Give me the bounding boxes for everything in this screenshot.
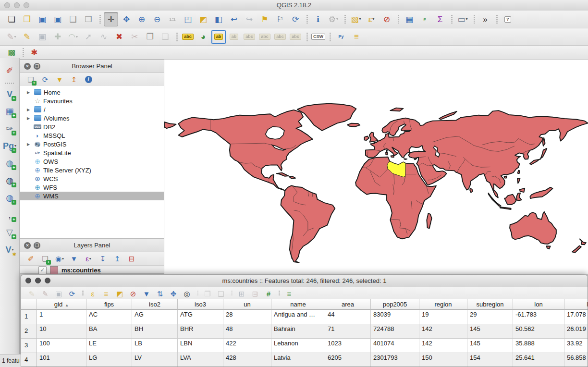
expander-arrow-icon[interactable]: ▶: [27, 108, 33, 112]
tree-item-wfs[interactable]: ▶ WFS: [20, 183, 164, 192]
python-console-button[interactable]: Py▾: [334, 30, 348, 44]
toolbar-overflow-button[interactable]: »▾: [478, 12, 492, 26]
cell-gid[interactable]: 10: [37, 324, 86, 339]
change-label-button[interactable]: abc▾: [288, 30, 303, 44]
pan-to-selection-button[interactable]: ✥▾: [119, 12, 134, 26]
add-circular-string-button[interactable]: ◠▾: [66, 30, 80, 44]
tree-item-mssql[interactable]: ▶ MSSQL: [20, 131, 164, 140]
collapse-all-button[interactable]: ↥▾: [68, 73, 80, 86]
cell-un[interactable]: 428: [223, 353, 271, 367]
digitizing-tool-button[interactable]: ✐▾: [2, 63, 17, 78]
csw-button[interactable]: CSW▾: [311, 30, 326, 44]
dropdown-arrow-icon[interactable]: ▾: [14, 144, 16, 148]
cell-gid[interactable]: 100: [37, 339, 86, 353]
cell-subregion[interactable]: 145: [467, 324, 513, 339]
project-save-button[interactable]: ▣▾: [35, 12, 49, 26]
zoom-next-button[interactable]: ↪▾: [242, 12, 257, 26]
expander-arrow-icon[interactable]: ▶: [27, 90, 33, 95]
column-header-fips[interactable]: fips: [86, 299, 132, 310]
help-button[interactable]: ?▾: [501, 12, 515, 26]
layer-item-ms-countries[interactable]: ✓ ms:countries: [20, 266, 164, 275]
current-edits-button[interactable]: ✎▾: [4, 30, 19, 44]
move-feature-button[interactable]: ➚▾: [81, 30, 96, 44]
tree-item-home[interactable]: ▶ Home: [20, 88, 164, 97]
select-by-expression-button[interactable]: ε▾: [364, 12, 379, 26]
map-canvas[interactable]: [164, 60, 588, 274]
add-vector-layer-button[interactable]: V▾: [2, 87, 17, 101]
table-field-calculator-button[interactable]: #▾: [262, 288, 275, 299]
project-new-button[interactable]: ❏▾: [4, 12, 19, 26]
chukotka-shape[interactable]: [164, 122, 176, 128]
tree-item-postgis[interactable]: ▶ PostGIS: [20, 140, 164, 148]
delete-selected-button[interactable]: ✖▾: [112, 30, 126, 44]
table-delete-field-button[interactable]: ⊟▾: [249, 288, 261, 299]
cell-lon[interactable]: 25.641: [513, 353, 564, 367]
column-header-iso3[interactable]: iso3: [178, 299, 223, 310]
layer-visibility-checkbox[interactable]: ✓: [38, 266, 47, 274]
cell-iso2[interactable]: BH: [132, 324, 178, 339]
main-titlebar[interactable]: QGIS 2.18.2: [0, 0, 588, 11]
cell-fips[interactable]: LE: [86, 339, 132, 353]
dropdown-arrow-icon[interactable]: ▾: [89, 257, 91, 261]
cell-name[interactable]: Latvia: [271, 353, 325, 367]
cell-fips[interactable]: LG: [86, 353, 132, 367]
column-header-iso2[interactable]: iso2: [132, 299, 178, 310]
tree-item-ows[interactable]: ▶ OWS: [20, 157, 164, 166]
table-toggle-editing-button[interactable]: ✎▾: [25, 288, 38, 299]
cell-area[interactable]: 1023: [325, 339, 371, 353]
remove-layer-button[interactable]: ⊟▾: [125, 253, 138, 265]
add-virtual-layer-button[interactable]: ▽▾: [2, 225, 17, 240]
manage-visibility-button[interactable]: ◉▾: [53, 253, 66, 265]
cell-iso2[interactable]: LV: [132, 353, 178, 367]
add-feature-button[interactable]: ✚▾: [50, 30, 65, 44]
cell-pop2005[interactable]: 401074: [371, 339, 419, 353]
unpin-labels-button[interactable]: ab▾: [227, 30, 241, 44]
cell-subregion[interactable]: 29: [467, 310, 513, 324]
cell-region[interactable]: 150: [419, 353, 467, 367]
attribute-grid[interactable]: gid▲fipsiso2iso3unnameareapop2005regions…: [21, 299, 588, 367]
dropdown-arrow-icon[interactable]: ▾: [76, 35, 78, 39]
move-label-button[interactable]: abc▾: [257, 30, 272, 44]
add-group-button[interactable]: ❏▾: [39, 253, 51, 265]
cell-name[interactable]: Bahrain: [271, 324, 325, 339]
metasearch-button[interactable]: ≡▾: [349, 30, 364, 44]
cell-un[interactable]: 48: [223, 324, 271, 339]
add-db2-layer-button[interactable]: ◍▾: [2, 173, 17, 188]
georeferencer-button[interactable]: ▩▾: [4, 45, 19, 60]
table-save-edits-button[interactable]: ▣▾: [52, 288, 65, 299]
tree-item-volumes[interactable]: ▶ /Volumes: [20, 114, 164, 122]
table-multiedit-button[interactable]: ✎▾: [39, 288, 51, 299]
attribute-table-titlebar[interactable]: ms:countries :: Features total: 246, fil…: [21, 275, 588, 287]
heatmap-button[interactable]: ✱▾: [27, 45, 41, 60]
statistical-summary-button[interactable]: Σ▾: [433, 12, 447, 26]
dropdown-arrow-icon[interactable]: ▾: [336, 17, 338, 21]
zoom-full-button[interactable]: ◰▾: [181, 12, 195, 26]
dropdown-arrow-icon[interactable]: ▾: [372, 17, 374, 21]
column-header-un[interactable]: un: [223, 299, 271, 310]
cell-fips[interactable]: AC: [86, 310, 132, 324]
table-reload-button[interactable]: ⟳▾: [66, 288, 78, 299]
cell-lat[interactable]: 33.92: [564, 339, 588, 353]
add-delimited-text-layer-button[interactable]: ,▾: [2, 208, 17, 222]
row-number[interactable]: 1: [21, 310, 37, 324]
cell-fips[interactable]: BA: [86, 324, 132, 339]
table-invert-selection-button[interactable]: ◩▾: [113, 288, 126, 299]
layer-labeling-button[interactable]: abc▾: [181, 30, 195, 44]
cell-lat[interactable]: 26.019: [564, 324, 588, 339]
tree-item-wms[interactable]: ▶ WMS: [20, 192, 164, 200]
cell-subregion[interactable]: 154: [467, 353, 513, 367]
cell-lon[interactable]: 35.888: [513, 339, 564, 353]
tree-item-wcs[interactable]: ▶ WCS: [20, 174, 164, 183]
column-header-subregion[interactable]: subregion: [467, 299, 513, 310]
cell-lat[interactable]: 56.858: [564, 353, 588, 367]
field-calculator-button[interactable]: #▾: [417, 12, 432, 26]
cell-region[interactable]: 142: [419, 324, 467, 339]
cell-subregion[interactable]: 145: [467, 339, 513, 353]
layer-styling-button[interactable]: ✐▾: [24, 253, 37, 265]
table-pan-to-selected-button[interactable]: ✥▾: [167, 288, 180, 299]
project-open-button[interactable]: ❐▾: [20, 12, 34, 26]
filter-legend-button[interactable]: ▼▾: [68, 253, 80, 265]
column-header-pop2005[interactable]: pop2005: [371, 299, 419, 310]
table-paste-button[interactable]: ❑▾: [215, 288, 227, 299]
table-row[interactable]: 3100LELBLBN422Lebanon102340107414214535.…: [21, 339, 588, 353]
